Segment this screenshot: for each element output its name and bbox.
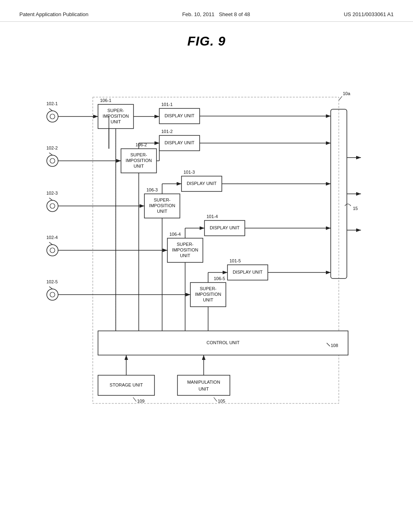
svg-line-7 <box>49 198 52 200</box>
manipulation-unit <box>177 375 230 395</box>
si-unit-5-ref: 106-5 <box>214 276 225 281</box>
camera-5-label: 102-5 <box>46 279 58 284</box>
si-unit-2-text: SUPER- <box>130 152 147 157</box>
display-unit-5-text: DISPLAY UNIT <box>233 270 263 274</box>
display-unit-3-text: DISPLAY UNIT <box>187 181 217 186</box>
si-unit-1-text3: UNIT <box>111 119 121 124</box>
camera-4-label: 102-4 <box>46 235 58 240</box>
camera-1-icon <box>47 111 58 122</box>
ref-15-arrow <box>345 204 351 206</box>
header-patent-number: US 2011/0033061 A1 <box>344 11 394 17</box>
camera-3-icon <box>47 200 58 212</box>
si-unit-1-ref: 106-1 <box>100 98 111 103</box>
control-unit-ref: 108 <box>331 343 338 348</box>
svg-point-6 <box>50 204 55 208</box>
svg-point-10 <box>50 292 55 297</box>
si-unit-3-text2: IMPOSITION <box>149 203 175 208</box>
si-unit-2-text2: IMPOSITION <box>126 158 152 163</box>
camera-4-icon <box>47 245 58 256</box>
output-ref-15: 15 <box>353 206 358 211</box>
svg-point-4 <box>50 158 55 163</box>
storage-unit-ref: 109 <box>137 399 144 403</box>
svg-point-8 <box>50 248 55 253</box>
page-header: Patent Application Publication Feb. 10, … <box>0 0 413 22</box>
header-date-sheet: Feb. 10, 2011 Sheet 8 of 48 <box>182 11 250 17</box>
si-unit-4-text: SUPER- <box>177 242 194 247</box>
si-unit-3-ref: 106-3 <box>146 187 158 192</box>
storage-ref-arrow <box>133 397 136 401</box>
camera-5-icon <box>47 289 58 300</box>
diagram-svg: 10a 102-1 SUPER- IMPOSITION UNIT 106-1 D… <box>0 57 413 452</box>
camera-1-label: 102-1 <box>46 101 58 106</box>
svg-point-2 <box>50 114 55 119</box>
header-publication: Patent Application Publication <box>19 11 88 17</box>
svg-line-9 <box>49 242 52 245</box>
control-unit-text: CONTROL UNIT <box>206 340 240 345</box>
display-unit-3-ref: 101-3 <box>184 170 195 175</box>
si-unit-5-text: SUPER- <box>200 286 217 291</box>
display-unit-2-text: DISPLAY UNIT <box>165 140 194 145</box>
svg-line-3 <box>49 108 52 111</box>
si-unit-4-ref: 106-4 <box>169 232 181 237</box>
svg-line-11 <box>49 287 52 289</box>
display-unit-5-ref: 101-5 <box>229 258 241 263</box>
si-unit-5-text3: UNIT <box>203 297 213 302</box>
si-unit-3-text3: UNIT <box>157 209 167 214</box>
si-unit-2-text3: UNIT <box>133 164 144 168</box>
display-unit-4-ref: 101-4 <box>206 214 218 219</box>
si-unit-1-text2: IMPOSITION <box>103 114 129 118</box>
si-unit-4-text2: IMPOSITION <box>172 247 198 252</box>
camera-2-icon <box>47 155 58 166</box>
manipulation-unit-text1: MANIPULATION <box>187 380 220 384</box>
si-unit-3-text: SUPER- <box>154 197 171 202</box>
si-unit-1-text: SUPER- <box>107 108 124 113</box>
manipulation-unit-ref: 105 <box>218 399 225 403</box>
camera-3-label: 102-3 <box>46 191 58 195</box>
storage-unit-text: STORAGE UNIT <box>110 382 143 387</box>
manip-ref-arrow <box>214 397 217 401</box>
display-unit-1-text: DISPLAY UNIT <box>165 113 194 118</box>
display-unit-1-ref: 101-1 <box>161 102 173 107</box>
svg-line-5 <box>49 153 52 155</box>
display-unit-2-ref: 101-2 <box>161 129 173 134</box>
system-ref-label: 10a <box>343 91 350 96</box>
si-unit-5-text2: IMPOSITION <box>195 292 221 297</box>
display-unit-4-text: DISPLAY UNIT <box>210 225 240 230</box>
camera-2-label: 102-2 <box>46 145 58 150</box>
manipulation-unit-text2: UNIT <box>198 387 209 391</box>
figure-title: FIG. 9 <box>0 34 413 49</box>
si-unit-4-text3: UNIT <box>180 253 190 258</box>
diagram-area: 10a 102-1 SUPER- IMPOSITION UNIT 106-1 D… <box>0 57 413 452</box>
